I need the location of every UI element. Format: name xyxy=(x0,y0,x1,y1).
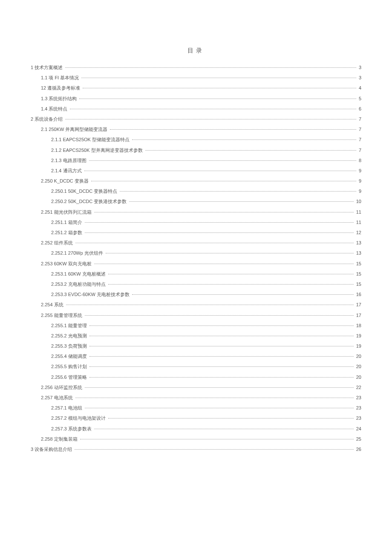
toc-leader-dots xyxy=(94,212,354,212)
toc-entry-label: 2.256 动环监控系统 xyxy=(41,382,84,392)
toc-leader-dots xyxy=(108,274,354,274)
toc-entry-label: 2.1.3 电路原理图 xyxy=(51,155,88,166)
toc-entry: 2.256 动环监控系统22 xyxy=(31,382,361,392)
toc-leader-dots xyxy=(75,449,354,450)
toc-entry: 1 技术方案概述3 xyxy=(31,62,361,73)
toc-entry-label: 2.254 系统 xyxy=(41,299,65,310)
toc-entry: 2.255 能量管理系统17 xyxy=(31,310,361,320)
toc-entry: 2.257.1 电池组23 xyxy=(31,403,361,413)
toc-entry-page: 6 xyxy=(357,104,361,114)
toc-leader-dots xyxy=(85,222,354,223)
toc-entry-page: 15 xyxy=(355,259,361,269)
toc-entry: 2.252 组件系统13 xyxy=(31,238,361,248)
toc-leader-dots xyxy=(106,253,354,253)
toc-leader-dots xyxy=(89,325,354,326)
toc-entry-label: 2.255.3 负荷预测 xyxy=(51,341,89,351)
toc-entry-page: 17 xyxy=(355,299,361,310)
toc-leader-dots xyxy=(120,191,356,192)
toc-entry-label: 2.250.1 50K_DCDC 变换器特点 xyxy=(51,186,119,196)
toc-leader-dots xyxy=(85,315,354,316)
toc-leader-dots xyxy=(75,398,354,398)
toc-entry-page: 16 xyxy=(355,289,361,299)
toc-entry-page: 7 xyxy=(357,114,361,124)
toc-entry-page: 15 xyxy=(355,279,361,289)
toc-entry: 2.250.1 50K_DCDC 变换器特点9 xyxy=(31,186,361,196)
toc-entry-page: 19 xyxy=(355,331,361,341)
toc-entry-page: 10 xyxy=(355,196,361,206)
toc-entry-label: 2.255.1 能量管理 xyxy=(51,320,89,331)
toc-leader-dots xyxy=(65,119,356,119)
page: 目录 1 技术方案概述31.1 项 FI 基本情况312 遵循及参考标准41.3… xyxy=(0,0,392,480)
toc-entry-page: 4 xyxy=(357,83,361,93)
toc-leader-dots xyxy=(80,439,354,439)
toc-entry-label: 2.257 电池系统 xyxy=(41,392,75,403)
toc-leader-dots xyxy=(85,387,354,388)
toc-entry-label: 2 系统设备介绍 xyxy=(31,114,64,124)
toc-entry-page: 24 xyxy=(355,424,361,434)
toc-leader-dots xyxy=(132,294,354,295)
toc-leader-dots xyxy=(83,88,356,88)
toc-leader-dots xyxy=(89,366,354,367)
toc-entry-page: 3 xyxy=(357,62,361,73)
toc-entry-label: 2.253 60KW 双向充电桩 xyxy=(41,259,93,269)
toc-entry-page: 11 xyxy=(355,207,361,217)
toc-entry-label: 2.257.3 系统参数表 xyxy=(51,424,93,434)
toc-entry-label: 12 遵循及参考标准 xyxy=(41,83,82,93)
toc-leader-dots xyxy=(89,160,356,161)
toc-entry-page: 12 xyxy=(355,227,361,238)
toc-entry-page: 23 xyxy=(355,403,361,413)
toc-leader-dots xyxy=(89,336,354,336)
toc-entry-label: 2.252.1 270Wp 光伏组件 xyxy=(51,248,105,258)
toc-entry-page: 23 xyxy=(355,392,361,403)
toc-entry-label: 2.255.6 管理策略 xyxy=(51,372,89,382)
toc-entry-label: 2.251.2 箱参数 xyxy=(51,227,84,238)
toc-leader-dots xyxy=(79,99,356,99)
toc-entry-label: 1.4 系统特点 xyxy=(41,104,69,114)
toc-entry-page: 3 xyxy=(357,73,361,83)
toc-entry: 2.255.4 储能调度20 xyxy=(31,351,361,361)
toc-title: 目录 xyxy=(31,47,361,55)
table-of-contents: 1 技术方案概述31.1 项 FI 基本情况312 遵循及参考标准41.3 系统… xyxy=(31,62,361,454)
toc-entry: 2.257.3 系统参数表24 xyxy=(31,424,361,434)
toc-entry: 2.252.1 270Wp 光伏组件13 xyxy=(31,248,361,258)
toc-entry: 2.1.3 电路原理图8 xyxy=(31,155,361,166)
toc-entry: 2.250.2 50K_DCDC 变换港技术参数10 xyxy=(31,196,361,206)
toc-leader-dots xyxy=(145,150,356,151)
toc-entry: 12 遵循及参考标准4 xyxy=(31,83,361,93)
toc-entry-label: 2.255.4 储能调度 xyxy=(51,351,89,361)
toc-entry-page: 20 xyxy=(355,351,361,361)
toc-entry-page: 13 xyxy=(355,248,361,258)
toc-entry-label: 2.1.2 EAPCS250K 型并离网逆变器技术参数 xyxy=(51,145,144,155)
toc-entry-label: 2.253.2 充电桩功能与特点 xyxy=(51,279,107,289)
toc-entry: 2.250 K_DCDC 变换器9 xyxy=(31,176,361,186)
toc-entry-label: 2.1.1 EAPCS25OK 型储能变流器特点 xyxy=(51,134,131,145)
toc-entry-page: 5 xyxy=(357,93,361,104)
toc-entry-page: 15 xyxy=(355,269,361,279)
toc-leader-dots xyxy=(94,429,354,429)
toc-leader-dots xyxy=(66,305,354,305)
toc-entry: 2.255.3 负荷预测19 xyxy=(31,341,361,351)
toc-entry-page: 17 xyxy=(355,310,361,320)
toc-leader-dots xyxy=(81,78,356,78)
toc-entry: 2.1.4 通讯方式9 xyxy=(31,166,361,176)
toc-leader-dots xyxy=(70,109,356,109)
toc-entry-label: 2.255 能量管理系统 xyxy=(41,310,84,320)
toc-leader-dots xyxy=(108,418,354,418)
toc-leader-dots xyxy=(75,243,354,243)
toc-leader-dots xyxy=(65,67,356,68)
toc-entry: 1.1 项 FI 基本情况3 xyxy=(31,73,361,83)
toc-leader-dots xyxy=(84,171,356,171)
toc-entry-page: 7 xyxy=(357,124,361,134)
toc-leader-dots xyxy=(132,139,356,140)
toc-entry-label: 1.1 项 FI 基本情况 xyxy=(41,73,81,83)
toc-entry: 2.255.2 光电预测19 xyxy=(31,331,361,341)
toc-leader-dots xyxy=(129,201,353,202)
toc-entry: 2.251.2 箱参数12 xyxy=(31,227,361,238)
toc-entry-page: 11 xyxy=(355,217,361,227)
toc-entry: 2.255.1 能量管理18 xyxy=(31,320,361,331)
toc-entry-label: 2.258 定制集装箱 xyxy=(41,434,79,444)
toc-entry: 2.1 250KW 并离网型储能变流器7 xyxy=(31,124,361,134)
toc-entry-page: 9 xyxy=(357,176,361,186)
toc-leader-dots xyxy=(85,408,354,408)
toc-entry-label: 2.251 能光伏阵列汇流箱 xyxy=(41,207,93,217)
